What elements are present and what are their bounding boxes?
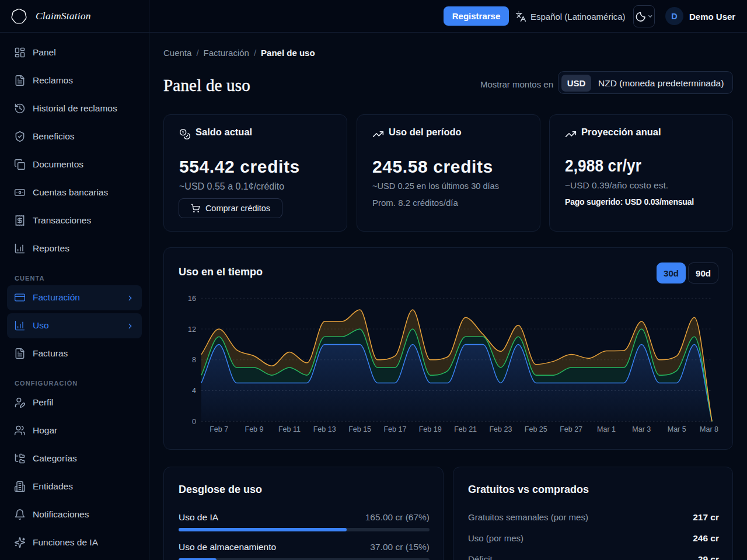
svg-text:Mar 1: Mar 1: [597, 425, 616, 433]
svg-text:Feb 7: Feb 7: [210, 425, 228, 433]
svg-text:Mar 3: Mar 3: [632, 425, 651, 433]
svg-text:Feb 17: Feb 17: [383, 425, 406, 433]
svg-text:Feb 13: Feb 13: [313, 425, 336, 433]
svg-text:Feb 11: Feb 11: [278, 425, 301, 433]
svg-text:Feb 25: Feb 25: [525, 425, 547, 433]
svg-text:Feb 27: Feb 27: [560, 425, 582, 433]
svg-text:Feb 21: Feb 21: [454, 425, 477, 433]
svg-text:12: 12: [188, 326, 196, 334]
svg-text:Mar 8: Mar 8: [700, 425, 718, 433]
svg-text:8: 8: [192, 356, 196, 364]
svg-text:16: 16: [188, 295, 196, 303]
svg-text:Feb 19: Feb 19: [419, 425, 442, 433]
svg-text:Feb 9: Feb 9: [245, 425, 264, 433]
svg-text:Mar 5: Mar 5: [668, 425, 686, 433]
svg-text:Feb 15: Feb 15: [348, 425, 371, 433]
svg-text:0: 0: [192, 418, 196, 426]
svg-text:Feb 23: Feb 23: [489, 425, 512, 433]
svg-text:4: 4: [192, 387, 196, 395]
